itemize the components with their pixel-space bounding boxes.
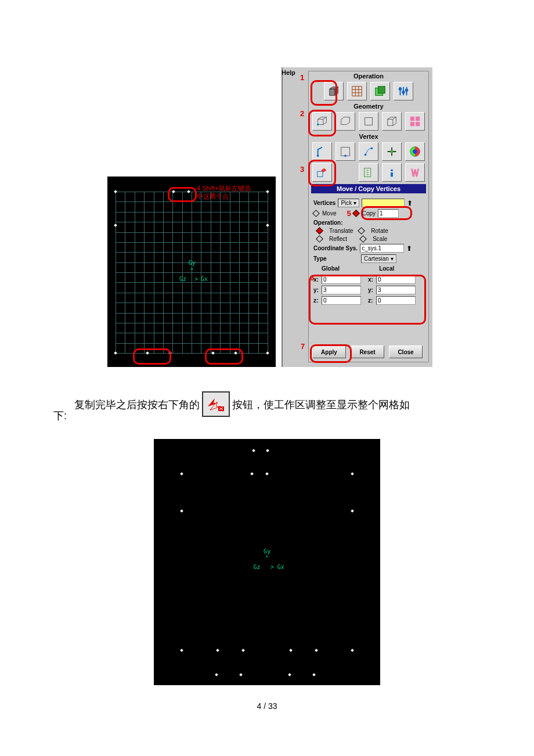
annotation-4b-text: 中这两个点 — [197, 193, 229, 200]
volume-button[interactable] — [382, 112, 402, 131]
edge-button[interactable] — [335, 112, 355, 131]
svg-point-12 — [317, 155, 319, 157]
vertices-label: Vertices — [313, 200, 335, 206]
annotation-1: 1 — [300, 73, 304, 82]
axis-gy: Gy — [189, 260, 196, 266]
gambit-panel: Operation Geometry — [308, 71, 429, 362]
axis-gy-2: Gy — [264, 548, 270, 555]
type-label: Type — [313, 255, 359, 262]
svg-rect-13 — [341, 147, 350, 156]
tools-button[interactable] — [394, 82, 413, 100]
svg-rect-23 — [391, 172, 393, 177]
figure-1-composite: Gy ^ Gz > Gx 4 Shift+鼠标左 — [107, 67, 432, 367]
connect-vertex-button[interactable] — [359, 142, 378, 161]
svg-rect-10 — [410, 122, 414, 126]
text-1b: 按钮，使工作区调整至显示整个网格如 — [232, 399, 410, 411]
svg-point-4 — [402, 91, 405, 93]
axis-caret: ^ — [190, 268, 193, 274]
face-button[interactable] — [359, 112, 378, 131]
reflect-radio[interactable] — [316, 235, 323, 243]
axis-gz: Gz — [179, 276, 186, 282]
body-paragraph-2: 下: — [53, 409, 67, 423]
svg-rect-2 — [378, 87, 385, 93]
rotate-radio[interactable] — [358, 227, 365, 235]
operation-label: Operation: — [313, 219, 343, 226]
svg-rect-9 — [416, 117, 420, 121]
modify-vertex-button[interactable] — [382, 142, 402, 161]
gambit-side-panel-wrap: Help 1 2 3 Operation Geometry — [282, 67, 432, 367]
pick-dropdown[interactable]: Pick ▾ — [338, 199, 359, 207]
create-vertex-button[interactable] — [312, 142, 332, 161]
coordsys-arrow-icon[interactable]: ⬆ — [406, 244, 412, 253]
coordsys-input[interactable] — [360, 244, 404, 253]
mesh-grid: Gy ^ Gz > Gx — [116, 192, 268, 353]
svg-point-22 — [391, 170, 393, 172]
move-copy-form: Vertices Pick ▾ ⬆ Move 5 Copy — [309, 195, 428, 311]
scale-radio[interactable] — [359, 235, 367, 243]
group-button[interactable] — [405, 112, 425, 131]
axis-arrow-2: > — [270, 564, 274, 570]
move-label: Move — [322, 210, 336, 217]
annotation-bottom-left-ring — [133, 348, 171, 365]
annotation-4-text: 4 Shift+鼠标左键选 — [197, 185, 272, 192]
fit-view-icon — [202, 391, 230, 417]
annotation-bottom-right-ring — [205, 348, 243, 365]
svg-rect-7 — [365, 118, 373, 125]
svg-point-17 — [390, 150, 394, 153]
ring-movecopy — [308, 160, 336, 186]
translate-radio[interactable] — [316, 227, 323, 235]
color-vertex-button[interactable] — [405, 142, 425, 161]
reset-button[interactable]: Reset — [351, 345, 384, 358]
svg-rect-11 — [416, 122, 420, 126]
ring-copy — [361, 206, 412, 220]
zones-button[interactable] — [370, 82, 390, 100]
axis-gx: Gx — [201, 276, 208, 282]
svg-point-19 — [413, 149, 417, 153]
annotation-ring-4 — [168, 187, 197, 202]
gambit-viewport: Gy ^ Gz > Gx 4 Shift+鼠标左 — [107, 177, 276, 367]
mesh-grid-2: Gy ^ Gz > Gx — [182, 474, 352, 650]
axis-gx-2: Gx — [277, 564, 284, 570]
local-label: Local — [379, 265, 394, 272]
svg-point-3 — [399, 88, 402, 91]
svg-point-14 — [344, 155, 347, 157]
ring-xyz — [309, 275, 426, 325]
svg-rect-8 — [410, 117, 414, 121]
close-button[interactable]: Close — [389, 345, 423, 358]
query-button[interactable] — [382, 163, 402, 182]
move-radio[interactable] — [312, 210, 320, 217]
svg-point-5 — [406, 89, 408, 91]
coordsys-label: Coordinate Sys. — [313, 245, 358, 251]
document-page: Gy ^ Gz > Gx 4 Shift+鼠标左 — [0, 0, 534, 756]
text-1a: 复制完毕之后按按右下角的 — [74, 399, 200, 411]
mesh-button[interactable] — [347, 82, 367, 100]
annotation-7: 7 — [301, 342, 305, 351]
copy-radio[interactable] — [352, 210, 360, 217]
axis-caret-2: ^ — [265, 555, 269, 561]
annotation-3: 3 — [300, 165, 304, 174]
summarize-button[interactable] — [359, 163, 378, 182]
type-dropdown[interactable]: Cartesian ▾ — [361, 254, 396, 263]
ring-operation — [311, 80, 337, 106]
section-operation-title: Operation — [309, 71, 428, 81]
annotation-2: 2 — [300, 109, 304, 118]
ring-geometry — [308, 110, 336, 136]
help-menu[interactable]: Help — [282, 69, 295, 76]
global-label: Global — [322, 265, 340, 272]
body-paragraph: 复制完毕之后按按右下角的 按钮，使工作区调整至显示整个网格如 — [53, 393, 485, 418]
annotation-5: 5 — [347, 209, 351, 218]
axis-gz-2: Gz — [253, 564, 260, 570]
svg-rect-0 — [352, 87, 362, 96]
ring-apply — [310, 344, 352, 363]
slide-vertex-button[interactable] — [335, 142, 355, 161]
gambit-viewport-2: Gy ^ Gz > Gx — [154, 439, 380, 685]
axis-arrow: > — [194, 276, 198, 282]
page-number: 4 / 33 — [0, 701, 534, 711]
delete-button[interactable] — [405, 163, 425, 182]
vertex-buttons-row1 — [309, 141, 428, 162]
